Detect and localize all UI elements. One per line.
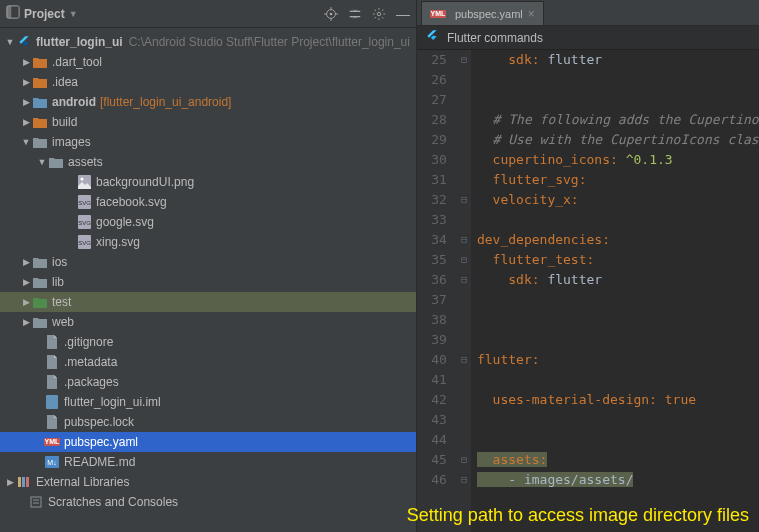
project-icon: [6, 5, 20, 22]
tree-item-assets[interactable]: ▼assets: [0, 152, 416, 172]
svg-point-3: [330, 12, 333, 15]
tree-item-bg[interactable]: ▶backgroundUI.png: [0, 172, 416, 192]
folder-icon: [48, 154, 64, 170]
svg-rect-1: [7, 6, 11, 18]
collapse-icon[interactable]: [348, 7, 362, 21]
flutter-project-icon: [16, 34, 32, 50]
svg-text:SVG: SVG: [78, 220, 91, 226]
file-icon: [44, 334, 60, 350]
tree-item-iml[interactable]: ▶flutter_login_ui.iml: [0, 392, 416, 412]
tree-item-metadata[interactable]: ▶.metadata: [0, 352, 416, 372]
tree-item-gg[interactable]: ▶SVGgoogle.svg: [0, 212, 416, 232]
tree-item-web[interactable]: ▶web: [0, 312, 416, 332]
close-icon[interactable]: ×: [528, 7, 535, 21]
svg-rect-19: [46, 395, 58, 409]
build-folder-icon: [32, 114, 48, 130]
tree-item-images[interactable]: ▼images: [0, 132, 416, 152]
tree-item-readme[interactable]: ▶M↓README.md: [0, 452, 416, 472]
flutter-commands-bar[interactable]: Flutter commands: [417, 26, 759, 50]
test-folder-icon: [32, 294, 48, 310]
expand-arrow-icon[interactable]: ▶: [20, 117, 32, 127]
hide-icon[interactable]: —: [396, 7, 410, 21]
tree-item-scratches[interactable]: ▶Scratches and Consoles: [0, 492, 416, 512]
image-file-icon: [76, 174, 92, 190]
file-icon: [44, 414, 60, 430]
tree-item-dart-tool[interactable]: ▶.dart_tool: [0, 52, 416, 72]
tree-item-lib[interactable]: ▶lib: [0, 272, 416, 292]
editor-tabbar: YML pubspec.yaml ×: [417, 0, 759, 26]
scratches-icon: [28, 494, 44, 510]
line-gutter[interactable]: 2526272829303132333435363738394041424344…: [417, 50, 457, 532]
svg-rect-23: [22, 477, 25, 487]
svg-text:SVG: SVG: [78, 200, 91, 206]
file-icon: [44, 374, 60, 390]
expand-arrow-icon[interactable]: ▶: [20, 97, 32, 107]
tree-root[interactable]: ▼ flutter_login_ui C:\Android Studio Stu…: [0, 32, 416, 52]
svg-point-10: [377, 12, 381, 16]
yaml-file-icon: YML: [44, 434, 60, 450]
module-file-icon: [44, 394, 60, 410]
root-path: C:\Android Studio Stuff\Flutter Project\…: [129, 35, 410, 49]
tree-item-android[interactable]: ▶android[flutter_login_ui_android]: [0, 92, 416, 112]
svg-rect-24: [26, 477, 29, 487]
markdown-file-icon: M↓: [44, 454, 60, 470]
editor-panel: YML pubspec.yaml × Flutter commands 2526…: [417, 0, 759, 532]
tree-item-pubyaml[interactable]: ▶YMLpubspec.yaml: [0, 432, 416, 452]
file-icon: [44, 354, 60, 370]
expand-arrow-icon[interactable]: ▼: [20, 137, 32, 147]
svg-rect-22: [18, 477, 21, 487]
editor-tab-pubspec[interactable]: YML pubspec.yaml ×: [421, 1, 544, 25]
tree-item-packages[interactable]: ▶.packages: [0, 372, 416, 392]
svg-rect-25: [31, 497, 41, 507]
fold-column[interactable]: ⊟⊟⊟⊟⊟⊟⊟⊟: [457, 50, 471, 532]
folder-icon: [32, 54, 48, 70]
tree-item-ios[interactable]: ▶ios: [0, 252, 416, 272]
svg-file-icon: SVG: [76, 234, 92, 250]
tree-item-build[interactable]: ▶build: [0, 112, 416, 132]
code-editor[interactable]: 2526272829303132333435363738394041424344…: [417, 50, 759, 532]
svg-text:SVG: SVG: [78, 240, 91, 246]
flutter-icon: [425, 29, 439, 46]
gear-icon[interactable]: [372, 7, 386, 21]
tree-item-fb[interactable]: ▶SVGfacebook.svg: [0, 192, 416, 212]
folder-icon: [32, 134, 48, 150]
folder-icon: [32, 314, 48, 330]
dropdown-arrow-icon[interactable]: ▼: [69, 9, 78, 19]
expand-arrow-icon[interactable]: ▶: [20, 317, 32, 327]
expand-arrow-icon[interactable]: ▶: [20, 277, 32, 287]
project-tree[interactable]: ▼ flutter_login_ui C:\Android Studio Stu…: [0, 28, 416, 532]
svg-file-icon: SVG: [76, 194, 92, 210]
tree-item-gitignore[interactable]: ▶.gitignore: [0, 332, 416, 352]
project-title[interactable]: Project: [24, 7, 65, 21]
tree-item-test[interactable]: ▶test: [0, 292, 416, 312]
flutter-commands-label: Flutter commands: [447, 31, 543, 45]
expand-arrow-icon[interactable]: ▼: [4, 37, 16, 47]
yaml-file-icon: YML: [430, 6, 446, 22]
svg-point-12: [80, 178, 83, 181]
folder-icon: [32, 274, 48, 290]
expand-arrow-icon[interactable]: ▶: [20, 257, 32, 267]
tree-item-idea[interactable]: ▶.idea: [0, 72, 416, 92]
project-panel: Project ▼ — ▼ flutter_login_ui C:\Androi…: [0, 0, 417, 532]
libraries-icon: [16, 474, 32, 490]
code-area[interactable]: sdk: flutter # The following adds the Cu…: [471, 50, 759, 532]
tab-label: pubspec.yaml: [455, 8, 523, 20]
expand-arrow-icon[interactable]: ▶: [20, 297, 32, 307]
module-folder-icon: [32, 94, 48, 110]
svg-file-icon: SVG: [76, 214, 92, 230]
tree-item-xg[interactable]: ▶SVGxing.svg: [0, 232, 416, 252]
svg-text:M↓: M↓: [47, 459, 56, 466]
expand-arrow-icon[interactable]: ▶: [4, 477, 16, 487]
locate-icon[interactable]: [324, 7, 338, 21]
expand-arrow-icon[interactable]: ▶: [20, 77, 32, 87]
root-label: flutter_login_ui: [36, 35, 123, 49]
tree-item-publock[interactable]: ▶pubspec.lock: [0, 412, 416, 432]
project-toolbar: Project ▼ —: [0, 0, 416, 28]
folder-icon: [32, 74, 48, 90]
module-bracket: [flutter_login_ui_android]: [100, 95, 231, 109]
folder-icon: [32, 254, 48, 270]
expand-arrow-icon[interactable]: ▶: [20, 57, 32, 67]
expand-arrow-icon[interactable]: ▼: [36, 157, 48, 167]
tree-item-extlib[interactable]: ▶External Libraries: [0, 472, 416, 492]
